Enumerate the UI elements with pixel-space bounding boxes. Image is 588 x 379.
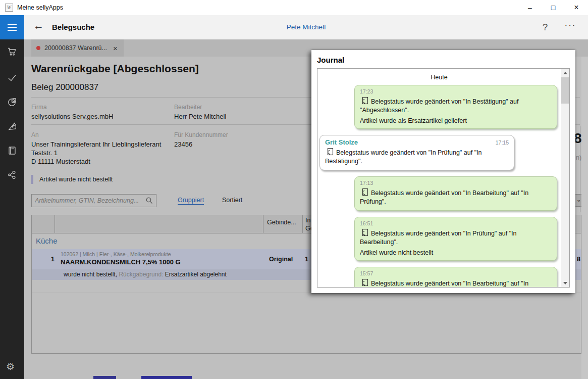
entry-text: Belegstatus wurde geändert von "In Bestä… bbox=[360, 97, 552, 115]
row-note-reason-label: Rückgabegrund: bbox=[119, 271, 165, 278]
an-value-line1: Unser Trainingslieferant Ihr Lieblingsli… bbox=[31, 140, 161, 149]
firma-value: sellysolutions Serv.ges.mbH bbox=[31, 112, 113, 121]
bottom-button-fragment[interactable] bbox=[141, 376, 192, 379]
document-note: Artikel wurde nicht bestellt bbox=[39, 176, 113, 183]
kundennummer-label: Für Kundennummer bbox=[174, 131, 228, 138]
entry-extra: Artikel wurde nicht bestellt bbox=[360, 249, 552, 256]
firma-label: Firma bbox=[31, 104, 47, 111]
sorted-toggle[interactable]: Sortiert bbox=[222, 197, 242, 204]
entry-time: 16:51 bbox=[360, 220, 552, 226]
share-icon[interactable] bbox=[7, 170, 17, 180]
status-change-icon bbox=[360, 98, 371, 105]
bottom-button-fragment[interactable] bbox=[93, 376, 116, 379]
journal-entry[interactable]: 16:51 Belegstatus wurde geändert von "In… bbox=[354, 217, 557, 261]
an-value-line2: Teststr. 1 bbox=[31, 149, 58, 157]
journal-scrollpane: Heute 17:23 Belegstatus wurde geändert v… bbox=[317, 68, 570, 288]
settings-gear-icon[interactable]: ⚙ bbox=[6, 361, 15, 372]
right-edge-strip bbox=[581, 57, 588, 379]
tab-document[interactable]: 200000837 Warenrü... × bbox=[31, 39, 124, 57]
an-value-line3: D 11111 Musterstadt bbox=[31, 157, 90, 166]
column-separator bbox=[263, 215, 263, 233]
help-icon[interactable]: ? bbox=[535, 15, 555, 39]
document-number: Beleg 200000837 bbox=[31, 82, 98, 92]
journal-entry[interactable]: 17:13 Belegstatus wurde geändert von "In… bbox=[354, 176, 557, 211]
article-search-box bbox=[31, 194, 156, 207]
user-name[interactable]: Pete Mitchell bbox=[24, 15, 588, 39]
pie-chart-icon[interactable] bbox=[7, 97, 17, 107]
unsaved-dot-icon bbox=[36, 46, 40, 50]
entry-text-content: Belegstatus wurde geändert von "In Prüfu… bbox=[325, 149, 482, 165]
journal-dialog: Journal Heute 17:23 Belegstatus wurde ge… bbox=[311, 50, 575, 293]
bearbeiter-label: Bearbeiter bbox=[174, 104, 202, 111]
minimize-button[interactable]: – bbox=[518, 0, 542, 15]
day-separator-today: Heute bbox=[317, 74, 561, 81]
row-note-part1: wurde nicht bestellt, bbox=[64, 271, 119, 278]
entry-text: Belegstatus wurde geändert von "In Bearb… bbox=[360, 278, 552, 287]
book-icon[interactable] bbox=[7, 146, 17, 156]
app-window: W Meine sellyApps – □ × ⚙ ← Beleg bbox=[0, 0, 588, 379]
status-change-icon bbox=[325, 149, 336, 156]
journal-entry[interactable]: 17:23 Belegstatus wurde geändert von "In… bbox=[354, 85, 557, 129]
journal-scrollbar[interactable] bbox=[561, 69, 569, 287]
grouped-toggle[interactable]: Gruppiert bbox=[178, 197, 204, 205]
entry-text-content: Belegstatus wurde geändert von "In Bearb… bbox=[360, 190, 528, 205]
entry-time: 17:23 bbox=[360, 88, 552, 94]
entry-time: 15:57 bbox=[360, 270, 552, 276]
column-separator bbox=[302, 215, 303, 233]
entry-text: Belegstatus wurde geändert von "In Prüfu… bbox=[325, 148, 509, 166]
entry-author: Grit Stolze bbox=[325, 138, 358, 146]
status-change-icon bbox=[360, 190, 371, 197]
hamburger-menu-button[interactable] bbox=[0, 15, 24, 39]
entry-extra: Artikel wurde als Ersatzartikel geliefer… bbox=[360, 117, 552, 124]
entry-time: 17:13 bbox=[360, 180, 552, 186]
sidebar: ⚙ bbox=[0, 15, 24, 379]
check-icon[interactable] bbox=[7, 73, 17, 83]
journal-entries: Heute 17:23 Belegstatus wurde geändert v… bbox=[317, 69, 561, 287]
scroll-up-icon[interactable] bbox=[561, 69, 569, 77]
note-accent-bar bbox=[31, 175, 33, 184]
scroll-down-icon[interactable] bbox=[561, 279, 569, 287]
journal-entry[interactable]: Grit Stolze 17:15 Belegstatus wurde geän… bbox=[319, 135, 514, 170]
status-change-icon bbox=[360, 230, 371, 237]
row-amount-fragment: 8 bbox=[577, 256, 580, 263]
journal-entry[interactable]: 15:57 Belegstatus wurde geändert von "In… bbox=[354, 267, 557, 287]
journal-title: Journal bbox=[317, 56, 344, 64]
tab-close-icon[interactable]: × bbox=[113, 44, 118, 53]
article-search-input[interactable] bbox=[35, 195, 141, 207]
header-bar: ← Belegsuche Pete Mitchell ? ··· bbox=[24, 15, 588, 39]
article-name: NAARM.KONDENSMILCH 7,5% 1000 G bbox=[61, 258, 181, 266]
entry-text-content: Belegstatus wurde geändert von "In Prüfu… bbox=[360, 230, 517, 246]
column-separator bbox=[55, 215, 55, 233]
status-change-icon bbox=[360, 280, 371, 287]
entry-text: Belegstatus wurde geändert von "In Bearb… bbox=[360, 188, 552, 206]
kundennummer-value: 23456 bbox=[174, 140, 192, 149]
bearbeiter-value: Herr Pete Mitchell bbox=[174, 112, 226, 121]
tab-label: 200000837 Warenrü... bbox=[44, 44, 107, 52]
row-note-part2: Ersatzartikel abgelehnt bbox=[165, 271, 227, 278]
gebinde-value: Original bbox=[269, 256, 293, 263]
cart-icon[interactable] bbox=[7, 46, 17, 57]
entry-time: 17:15 bbox=[496, 139, 509, 146]
article-meta: 102062 | Milch | Eier-, Käse-, Molkereip… bbox=[61, 251, 171, 257]
entry-text-content: Belegstatus wurde geändert von "In Bearb… bbox=[360, 280, 528, 287]
app-title: Meine sellyApps bbox=[17, 4, 63, 11]
entry-text-content: Belegstatus wurde geändert von "In Bestä… bbox=[360, 98, 518, 114]
pizza-icon[interactable] bbox=[7, 121, 17, 131]
more-options-icon[interactable]: ··· bbox=[559, 13, 582, 37]
scrollbar-thumb[interactable] bbox=[561, 77, 569, 104]
row-number: 1 bbox=[37, 255, 55, 263]
label-fragment: n) bbox=[576, 154, 581, 161]
app-logo-icon: W bbox=[5, 4, 13, 12]
quantity-value: 1 bbox=[305, 256, 308, 263]
document-title: Warenrückgabe [Abgeschlossen] bbox=[31, 63, 199, 75]
titlebar: W Meine sellyApps – □ × bbox=[0, 0, 588, 15]
an-label: An bbox=[31, 131, 39, 138]
search-icon[interactable] bbox=[145, 197, 153, 207]
entry-text: Belegstatus wurde geändert von "In Prüfu… bbox=[360, 228, 552, 247]
group-header-kueche[interactable]: Küche bbox=[36, 236, 58, 245]
column-header-gebinde[interactable]: Gebinde... bbox=[267, 218, 296, 226]
